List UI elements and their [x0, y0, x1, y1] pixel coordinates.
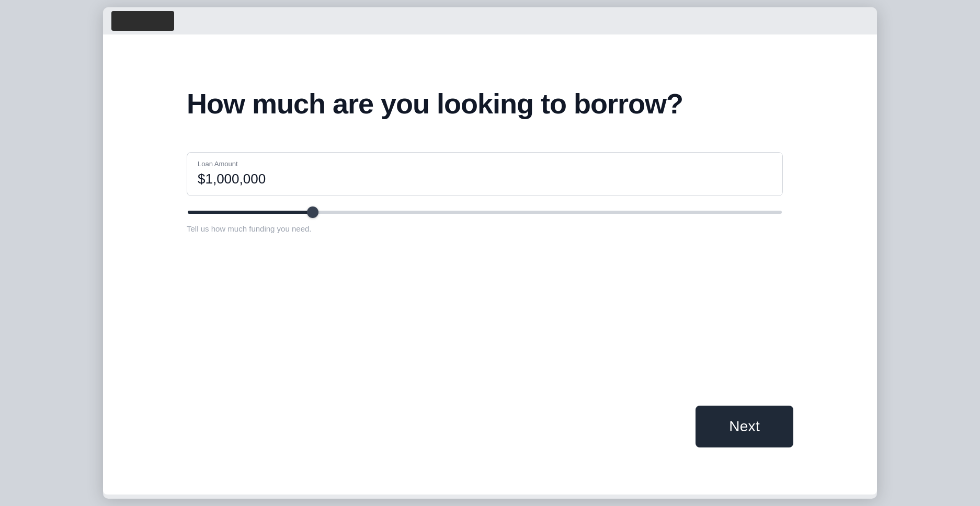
loan-amount-value: $1,000,000 — [198, 171, 772, 187]
slider-track — [188, 211, 782, 214]
loan-amount-input-group[interactable]: Loan Amount $1,000,000 — [187, 152, 783, 196]
logo-block — [111, 11, 174, 31]
browser-titlebar — [103, 7, 877, 34]
loan-amount-label: Loan Amount — [198, 160, 772, 168]
browser-window: How much are you looking to borrow? Loan… — [103, 7, 877, 499]
helper-text: Tell us how much funding you need. — [187, 224, 783, 233]
page-title: How much are you looking to borrow? — [187, 87, 793, 121]
slider-fill — [188, 211, 313, 214]
browser-content: How much are you looking to borrow? Loan… — [103, 34, 877, 494]
form-section: Loan Amount $1,000,000 Tell us how much … — [187, 152, 783, 233]
slider-thumb[interactable] — [307, 206, 318, 218]
next-button[interactable]: Next — [696, 406, 793, 447]
loan-amount-slider-container[interactable] — [187, 211, 783, 214]
